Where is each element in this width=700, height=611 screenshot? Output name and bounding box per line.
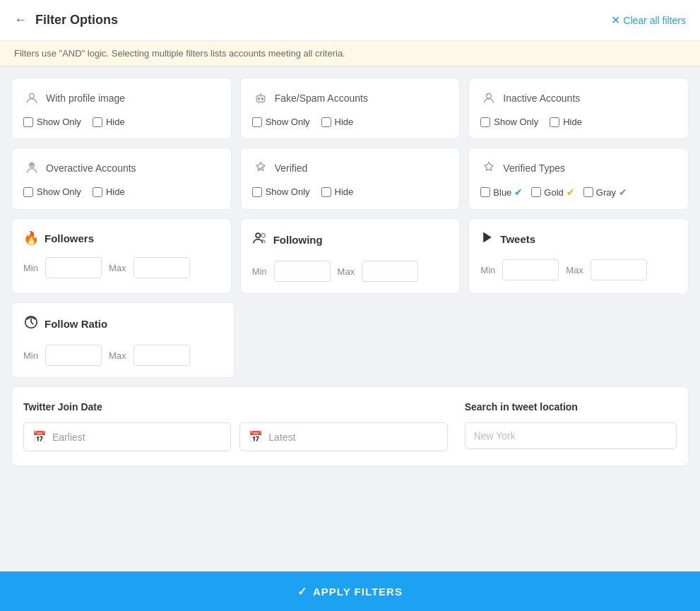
follow-ratio-label: Follow Ratio	[45, 318, 107, 330]
checkbox-row-fake: Show Only Hide	[252, 117, 449, 127]
info-banner: Filters use "AND" logic. Selecting multi…	[0, 41, 700, 66]
circle-arrow-icon	[23, 314, 39, 333]
tweets-min-input[interactable]	[502, 259, 559, 280]
latest-label: Latest	[268, 432, 295, 443]
location-column: Search in tweet location	[465, 401, 677, 451]
header-left: ← Filter Options	[14, 13, 118, 28]
apply-filters-bar[interactable]: ✓ APPLY FILTERS	[0, 571, 700, 611]
show-only-label-inactive: Show Only	[494, 117, 538, 127]
hide-checkbox-overactive[interactable]: Hide	[93, 186, 125, 197]
hide-label-inactive: Hide	[563, 117, 582, 127]
follow-ratio-min-input[interactable]	[45, 345, 102, 366]
range-inputs-followers: Min Max	[23, 257, 220, 278]
min-label-following: Min	[252, 266, 267, 277]
back-button[interactable]: ←	[14, 13, 27, 28]
fire-icon: 🔥	[23, 230, 39, 246]
follow-ratio-section: Follow Ratio Min Max	[11, 302, 689, 378]
gold-badge-checkbox[interactable]: Gold ✔	[531, 186, 574, 198]
range-inputs-following: Min Max	[252, 261, 449, 282]
blue-badge-input[interactable]	[480, 187, 490, 197]
show-only-input-verified[interactable]	[252, 187, 262, 197]
hide-checkbox-inactive[interactable]: Hide	[550, 117, 582, 127]
range-inputs-follow-ratio: Min Max	[23, 345, 223, 366]
hide-label-overactive: Hide	[106, 186, 125, 197]
range-header-followers: 🔥 Followers	[23, 230, 220, 246]
range-card-following: Following Min Max	[240, 218, 461, 294]
latest-date-input[interactable]: 📅 Latest	[239, 422, 447, 451]
hide-input-fake[interactable]	[321, 117, 331, 127]
show-only-label-verified: Show Only	[266, 186, 310, 197]
checkbox-row-overactive: Show Only Hide	[23, 186, 220, 197]
filter-label-fake-spam: Fake/Spam Accounts	[275, 93, 368, 104]
banner-text: Filters use "AND" logic. Selecting multi…	[14, 48, 345, 59]
person-icon	[23, 90, 40, 107]
date-inputs-row: 📅 Earliest 📅 Latest	[23, 422, 448, 451]
show-only-input-inactive[interactable]	[480, 117, 490, 127]
checkbox-row: Show Only Hide	[23, 117, 220, 127]
show-only-input-fake[interactable]	[252, 117, 262, 127]
hide-input-inactive[interactable]	[550, 117, 559, 127]
filter-card-verified: Verified Show Only Hide	[240, 148, 461, 210]
gold-badge-input[interactable]	[531, 187, 541, 197]
filter-card-overactive: Overactive Accounts Show Only Hide	[11, 148, 232, 210]
min-label-followers: Min	[23, 263, 38, 273]
min-label-tweets: Min	[480, 265, 495, 275]
header: ← Filter Options ✕ Clear all filters	[0, 0, 700, 41]
tweets-max-input[interactable]	[591, 259, 647, 280]
show-only-checkbox-fake[interactable]: Show Only	[252, 117, 310, 127]
show-only-checkbox-verified[interactable]: Show Only	[252, 186, 310, 197]
filter-card-fake-spam: Fake/Spam Accounts Show Only Hide	[240, 78, 461, 139]
range-card-followers: 🔥 Followers Min Max	[11, 218, 232, 294]
following-max-input[interactable]	[362, 261, 418, 282]
range-header-follow-ratio: Follow Ratio	[23, 314, 223, 333]
svg-marker-9	[483, 232, 492, 243]
calendar-icon-latest: 📅	[249, 430, 263, 444]
blue-badge-checkbox[interactable]: Blue ✔	[480, 186, 523, 198]
filter-label-overactive: Overactive Accounts	[46, 162, 136, 174]
hide-label: Hide	[106, 117, 125, 127]
hide-checkbox-verified[interactable]: Hide	[321, 186, 354, 197]
hide-checkbox-profile[interactable]: Hide	[93, 117, 125, 127]
followers-max-input[interactable]	[134, 257, 190, 278]
followers-min-input[interactable]	[45, 257, 102, 278]
location-section-label: Search in tweet location	[465, 401, 677, 413]
gray-badge-input[interactable]	[583, 187, 593, 197]
show-only-input-overactive[interactable]	[23, 187, 33, 197]
verified-icon	[252, 160, 269, 177]
filter-card-inactive: Inactive Accounts Show Only Hide	[468, 78, 689, 139]
follow-ratio-spacer	[243, 302, 689, 378]
max-label-followers: Max	[109, 263, 126, 273]
location-input[interactable]	[465, 422, 677, 449]
followers-label: Followers	[45, 232, 94, 244]
show-only-checkbox-overactive[interactable]: Show Only	[23, 186, 81, 197]
date-section-label: Twitter Join Date	[23, 401, 448, 413]
show-only-input-profile[interactable]	[23, 117, 33, 127]
filter-grid-row1: With profile image Show Only Hide	[11, 78, 689, 139]
earliest-date-input[interactable]: 📅 Earliest	[23, 422, 231, 451]
following-min-input[interactable]	[274, 261, 331, 282]
hide-checkbox-fake[interactable]: Hide	[321, 117, 354, 127]
hide-input-verified[interactable]	[321, 187, 331, 197]
hide-label-verified: Hide	[335, 186, 354, 197]
gold-badge-label: Gold	[544, 187, 563, 198]
gray-checkmark-icon: ✔	[619, 186, 627, 198]
gray-badge-checkbox[interactable]: Gray ✔	[583, 186, 627, 198]
gold-checkmark-icon: ✔	[566, 186, 575, 198]
show-only-checkbox-profile[interactable]: Show Only	[23, 117, 81, 127]
hide-input-overactive[interactable]	[93, 187, 102, 197]
filter-card-header-fake: Fake/Spam Accounts	[252, 90, 449, 107]
hide-input-profile[interactable]	[93, 117, 102, 127]
show-only-label: Show Only	[37, 117, 81, 127]
filter-card-verified-types: Verified Types Blue ✔ Gold ✔ Gray ✔	[468, 148, 689, 210]
main-content: With profile image Show Only Hide	[0, 66, 700, 571]
blue-checkmark-icon: ✔	[514, 186, 523, 198]
page-title: Filter Options	[35, 13, 118, 28]
filter-grid-row2: Overactive Accounts Show Only Hide	[11, 148, 689, 210]
clear-filters-button[interactable]: ✕ Clear all filters	[611, 13, 686, 27]
show-only-checkbox-inactive[interactable]: Show Only	[480, 117, 538, 127]
star-person-icon	[23, 160, 40, 177]
verified-types-icon	[480, 160, 497, 177]
following-label: Following	[273, 234, 323, 246]
follow-ratio-max-input[interactable]	[134, 345, 190, 366]
filter-card-header-overactive: Overactive Accounts	[23, 160, 220, 177]
